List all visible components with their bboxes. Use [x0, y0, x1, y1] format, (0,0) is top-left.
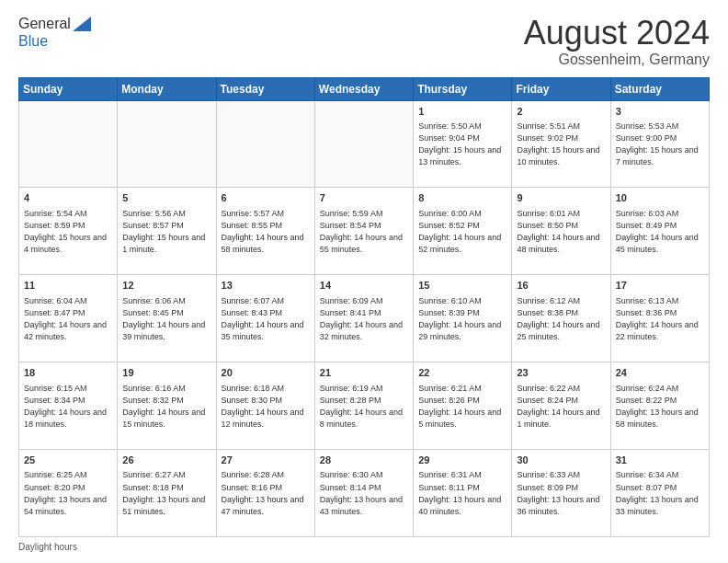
calendar-cell: 23Sunrise: 6:22 AM Sunset: 8:24 PM Dayli… — [512, 362, 610, 450]
day-number: 5 — [122, 191, 210, 205]
day-number: 24 — [616, 366, 704, 380]
day-number: 25 — [24, 454, 112, 467]
day-number: 10 — [616, 191, 704, 205]
page: General Blue August 2024 Gossenheim, Ger… — [0, 0, 728, 563]
footer-note: Daylight hours — [18, 542, 710, 552]
day-info: Sunrise: 6:22 AM Sunset: 8:24 PM Dayligh… — [517, 383, 605, 431]
header: General Blue August 2024 Gossenheim, Ger… — [18, 15, 710, 68]
logo-general-text: General — [18, 16, 71, 32]
day-info: Sunrise: 6:28 AM Sunset: 8:16 PM Dayligh… — [222, 469, 310, 517]
day-number: 12 — [122, 279, 210, 293]
calendar-week-row: 11Sunrise: 6:04 AM Sunset: 8:47 PM Dayli… — [19, 275, 710, 362]
calendar-cell: 3Sunrise: 5:53 AM Sunset: 9:00 PM Daylig… — [610, 100, 709, 188]
calendar-week-row: 25Sunrise: 6:25 AM Sunset: 8:20 PM Dayli… — [19, 450, 710, 537]
calendar-cell: 20Sunrise: 6:18 AM Sunset: 8:30 PM Dayli… — [216, 362, 314, 450]
calendar-cell: 15Sunrise: 6:10 AM Sunset: 8:39 PM Dayli… — [414, 275, 512, 362]
calendar-cell: 27Sunrise: 6:28 AM Sunset: 8:16 PM Dayli… — [216, 450, 314, 537]
day-number: 1 — [418, 105, 506, 119]
day-info: Sunrise: 5:56 AM Sunset: 8:57 PM Dayligh… — [122, 208, 210, 256]
day-info: Sunrise: 6:12 AM Sunset: 8:38 PM Dayligh… — [517, 295, 605, 343]
calendar-cell: 5Sunrise: 5:56 AM Sunset: 8:57 PM Daylig… — [118, 188, 216, 275]
calendar-cell: 26Sunrise: 6:27 AM Sunset: 8:18 PM Dayli… — [118, 450, 216, 537]
day-info: Sunrise: 6:13 AM Sunset: 8:36 PM Dayligh… — [616, 295, 704, 343]
day-number: 20 — [222, 366, 310, 380]
day-info: Sunrise: 6:34 AM Sunset: 8:07 PM Dayligh… — [616, 469, 704, 517]
day-info: Sunrise: 6:31 AM Sunset: 8:11 PM Dayligh… — [418, 469, 506, 517]
svg-marker-0 — [73, 17, 91, 31]
calendar-cell: 7Sunrise: 5:59 AM Sunset: 8:54 PM Daylig… — [314, 188, 413, 275]
day-info: Sunrise: 5:51 AM Sunset: 9:02 PM Dayligh… — [517, 121, 605, 168]
calendar-cell: 30Sunrise: 6:33 AM Sunset: 8:09 PM Dayli… — [512, 450, 610, 537]
day-number: 22 — [418, 366, 506, 380]
day-info: Sunrise: 6:21 AM Sunset: 8:26 PM Dayligh… — [418, 383, 506, 431]
day-number: 30 — [517, 454, 605, 467]
day-info: Sunrise: 6:16 AM Sunset: 8:32 PM Dayligh… — [122, 383, 210, 431]
day-number: 14 — [320, 279, 408, 293]
day-info: Sunrise: 6:01 AM Sunset: 8:50 PM Dayligh… — [517, 208, 605, 256]
day-number: 3 — [616, 105, 704, 119]
day-number: 29 — [418, 454, 506, 467]
location-title: Gossenheim, Germany — [524, 52, 710, 68]
calendar-cell: 4Sunrise: 5:54 AM Sunset: 8:59 PM Daylig… — [19, 188, 118, 275]
day-number: 19 — [122, 366, 210, 380]
day-info: Sunrise: 5:53 AM Sunset: 9:00 PM Dayligh… — [616, 121, 704, 168]
day-number: 23 — [517, 366, 605, 380]
day-number: 7 — [320, 191, 408, 205]
calendar-week-row: 4Sunrise: 5:54 AM Sunset: 8:59 PM Daylig… — [19, 188, 710, 275]
day-number: 16 — [517, 279, 605, 293]
day-number: 27 — [222, 454, 310, 467]
calendar-cell: 21Sunrise: 6:19 AM Sunset: 8:28 PM Dayli… — [314, 362, 413, 450]
day-number: 6 — [222, 191, 310, 205]
calendar-cell: 9Sunrise: 6:01 AM Sunset: 8:50 PM Daylig… — [512, 188, 610, 275]
day-number: 8 — [418, 191, 506, 205]
calendar-cell: 17Sunrise: 6:13 AM Sunset: 8:36 PM Dayli… — [610, 275, 709, 362]
calendar-cell: 10Sunrise: 6:03 AM Sunset: 8:49 PM Dayli… — [610, 188, 709, 275]
day-info: Sunrise: 5:57 AM Sunset: 8:55 PM Dayligh… — [222, 208, 310, 256]
day-number: 31 — [616, 454, 704, 467]
col-friday: Friday — [512, 77, 610, 100]
day-number: 4 — [24, 191, 112, 205]
calendar-cell: 14Sunrise: 6:09 AM Sunset: 8:41 PM Dayli… — [314, 275, 413, 362]
calendar-cell — [314, 100, 413, 188]
day-info: Sunrise: 6:09 AM Sunset: 8:41 PM Dayligh… — [320, 295, 408, 343]
calendar-cell: 13Sunrise: 6:07 AM Sunset: 8:43 PM Dayli… — [216, 275, 314, 362]
day-info: Sunrise: 6:04 AM Sunset: 8:47 PM Dayligh… — [24, 295, 112, 343]
calendar-cell: 19Sunrise: 6:16 AM Sunset: 8:32 PM Dayli… — [118, 362, 216, 450]
day-number: 18 — [24, 366, 112, 380]
day-info: Sunrise: 6:18 AM Sunset: 8:30 PM Dayligh… — [222, 383, 310, 431]
day-info: Sunrise: 6:33 AM Sunset: 8:09 PM Dayligh… — [517, 469, 605, 517]
col-sunday: Sunday — [19, 77, 118, 100]
calendar-cell: 24Sunrise: 6:24 AM Sunset: 8:22 PM Dayli… — [610, 362, 709, 450]
day-info: Sunrise: 6:27 AM Sunset: 8:18 PM Dayligh… — [122, 469, 210, 517]
day-info: Sunrise: 6:19 AM Sunset: 8:28 PM Dayligh… — [320, 383, 408, 431]
day-number: 26 — [122, 454, 210, 467]
day-number: 9 — [517, 191, 605, 205]
day-info: Sunrise: 6:07 AM Sunset: 8:43 PM Dayligh… — [222, 295, 310, 343]
day-number: 11 — [24, 279, 112, 293]
day-info: Sunrise: 6:03 AM Sunset: 8:49 PM Dayligh… — [616, 208, 704, 256]
calendar-cell: 1Sunrise: 5:50 AM Sunset: 9:04 PM Daylig… — [414, 100, 512, 188]
day-info: Sunrise: 6:15 AM Sunset: 8:34 PM Dayligh… — [24, 383, 112, 431]
calendar-cell — [216, 100, 314, 188]
calendar-header-row: Sunday Monday Tuesday Wednesday Thursday… — [19, 77, 710, 100]
calendar-table: Sunday Monday Tuesday Wednesday Thursday… — [18, 77, 710, 537]
day-info: Sunrise: 6:00 AM Sunset: 8:52 PM Dayligh… — [418, 208, 506, 256]
col-monday: Monday — [118, 77, 216, 100]
title-section: August 2024 Gossenheim, Germany — [524, 15, 710, 68]
day-info: Sunrise: 6:30 AM Sunset: 8:14 PM Dayligh… — [320, 469, 408, 517]
logo-icon — [73, 15, 91, 33]
day-number: 15 — [418, 279, 506, 293]
calendar-week-row: 1Sunrise: 5:50 AM Sunset: 9:04 PM Daylig… — [19, 100, 710, 188]
day-number: 17 — [616, 279, 704, 293]
month-title: August 2024 — [524, 15, 710, 52]
logo: General Blue — [18, 15, 91, 50]
calendar-cell: 18Sunrise: 6:15 AM Sunset: 8:34 PM Dayli… — [19, 362, 118, 450]
calendar-cell: 22Sunrise: 6:21 AM Sunset: 8:26 PM Dayli… — [414, 362, 512, 450]
day-info: Sunrise: 5:54 AM Sunset: 8:59 PM Dayligh… — [24, 208, 112, 256]
calendar: Sunday Monday Tuesday Wednesday Thursday… — [18, 77, 710, 552]
day-number: 13 — [222, 279, 310, 293]
calendar-cell: 11Sunrise: 6:04 AM Sunset: 8:47 PM Dayli… — [19, 275, 118, 362]
col-thursday: Thursday — [414, 77, 512, 100]
calendar-cell — [19, 100, 118, 188]
day-info: Sunrise: 6:25 AM Sunset: 8:20 PM Dayligh… — [24, 469, 112, 517]
